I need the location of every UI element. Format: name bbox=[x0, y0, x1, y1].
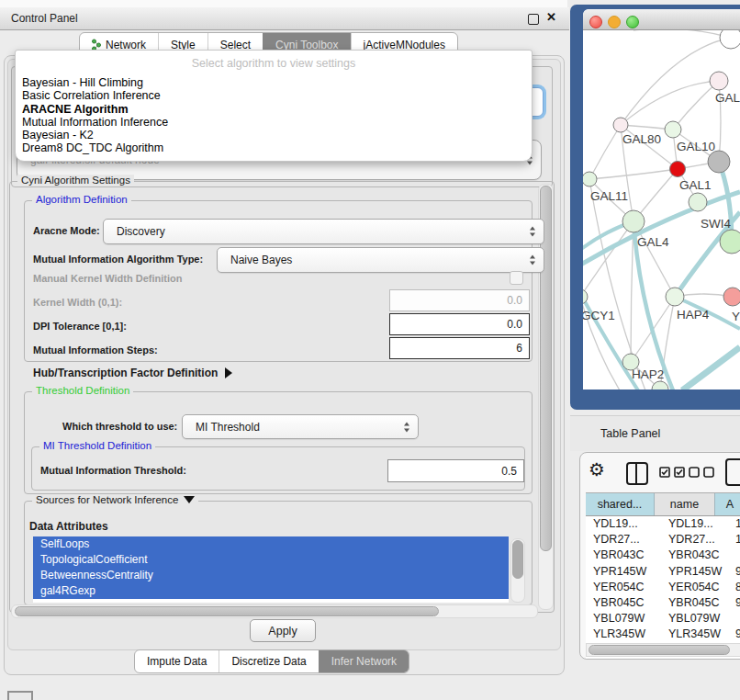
network-node-gal1[interactable] bbox=[670, 162, 686, 177]
table-cell: YPR145W bbox=[661, 564, 728, 580]
dropdown-item[interactable]: Bayesian - Hill Climbing bbox=[22, 76, 525, 89]
node-label: GCY1 bbox=[583, 309, 615, 322]
dropdown-item[interactable]: Bayesian - K2 bbox=[22, 129, 525, 141]
table-panel-title: Table Panel bbox=[600, 427, 660, 440]
dropdown-item[interactable]: ARACNE Algorithm bbox=[22, 103, 525, 116]
network-edge[interactable] bbox=[621, 81, 719, 125]
apply-button[interactable]: Apply bbox=[250, 619, 316, 642]
minimize-traffic-light-icon[interactable] bbox=[608, 16, 621, 28]
dropdown-placeholder: Select algorithm to view settings bbox=[16, 57, 532, 70]
node-label: GAL11 bbox=[590, 189, 628, 203]
gear-icon[interactable]: ⚙ bbox=[589, 460, 605, 479]
cyni-settings-title: Cyni Algorithm Settings bbox=[17, 175, 134, 186]
dropdown-item[interactable]: Mutual Information Inference bbox=[22, 116, 525, 129]
collapse-down-icon bbox=[184, 496, 195, 503]
table-cell: 12 bbox=[728, 532, 740, 548]
manual-kernel-checkbox[interactable] bbox=[510, 271, 523, 285]
column-header[interactable]: A bbox=[715, 493, 740, 515]
network-node-gal11[interactable] bbox=[583, 172, 597, 186]
network-node-gal[interactable] bbox=[710, 72, 728, 90]
table-row[interactable]: YDR27...YDR27...12 bbox=[586, 532, 740, 548]
node-label: HAP4 bbox=[677, 308, 710, 322]
deselect-all-checkboxes-icon[interactable] bbox=[689, 467, 714, 478]
algorithm-definition-title: Algorithm Definition bbox=[32, 194, 131, 205]
table-panel-header: Table Panel bbox=[570, 415, 740, 451]
column-header[interactable]: name bbox=[655, 493, 715, 515]
network-edge[interactable] bbox=[673, 81, 719, 130]
table-row[interactable]: YBL079WYBL079W bbox=[586, 611, 740, 627]
mi-threshold-input[interactable]: 0.5 bbox=[387, 459, 524, 482]
tab-discretize-data[interactable]: Discretize Data bbox=[219, 650, 318, 672]
table-row[interactable]: YER054CYER054C8. bbox=[586, 580, 740, 595]
spinner-icon bbox=[530, 254, 536, 266]
mi-type-combo[interactable]: Naive Bayes bbox=[217, 247, 544, 273]
kernel-width-value: 0.0 bbox=[507, 294, 522, 307]
data-attributes-list[interactable]: SelfLoopsTopologicalCoefficientBetweenne… bbox=[33, 536, 509, 603]
network-node-y[interactable] bbox=[723, 288, 740, 306]
mi-threshold-value: 0.5 bbox=[501, 465, 517, 478]
table-row[interactable]: YBR045CYBR045C9. bbox=[586, 595, 740, 611]
network-node-gal80[interactable] bbox=[613, 118, 628, 132]
close-icon[interactable]: ✕ bbox=[546, 10, 556, 24]
kernel-width-input[interactable]: 0.0 bbox=[389, 289, 530, 311]
aracne-mode-combo[interactable]: Discovery bbox=[103, 219, 544, 244]
mi-steps-label: Mutual Information Steps: bbox=[33, 344, 158, 356]
mi-threshold-label: Mutual Information Threshold: bbox=[40, 465, 186, 476]
hub-definition-expander[interactable]: Hub/Transcription Factor Definition bbox=[33, 367, 232, 379]
mi-type-value: Naive Bayes bbox=[230, 254, 292, 266]
dropdown-item[interactable]: Dream8 DC_TDC Algorithm bbox=[22, 141, 525, 154]
network-window-frame: GALGAL80GAL10GAL1GAL11SWI4GAL4GCY1HAP4YH… bbox=[570, 5, 740, 410]
network-node-gal10[interactable] bbox=[665, 121, 681, 138]
network-window: GALGAL80GAL10GAL1GAL11SWI4GAL4GCY1HAP4YH… bbox=[583, 9, 740, 390]
network-node-swi4[interactable] bbox=[689, 193, 707, 211]
docked-panel-icon[interactable] bbox=[7, 691, 33, 700]
attribute-item[interactable]: BetweennessCentrality bbox=[33, 568, 509, 583]
tab-impute-data[interactable]: Impute Data bbox=[135, 650, 219, 672]
attribute-item[interactable]: TopologicalCoefficient bbox=[33, 552, 509, 568]
network-node[interactable] bbox=[720, 230, 740, 254]
attribute-item[interactable]: gal4RGexp bbox=[33, 583, 509, 599]
attr-scrollbar-thumb[interactable] bbox=[512, 540, 523, 579]
dropdown-item[interactable]: Basic Correlation Inference bbox=[22, 89, 525, 102]
network-node[interactable] bbox=[708, 151, 730, 173]
tab-infer-network[interactable]: Infer Network bbox=[319, 650, 409, 672]
node-label: HAP2 bbox=[632, 367, 664, 381]
aracne-mode-value: Discovery bbox=[117, 225, 165, 238]
network-edge[interactable] bbox=[631, 221, 633, 362]
sources-expander[interactable]: Sources for Network Inference bbox=[32, 494, 198, 505]
function-builder-icon[interactable] bbox=[725, 458, 740, 486]
network-edge[interactable] bbox=[589, 169, 678, 179]
spinner-icon bbox=[404, 421, 410, 433]
mi-steps-input[interactable]: 6 bbox=[389, 337, 530, 359]
which-threshold-combo[interactable]: MI Threshold bbox=[182, 414, 419, 439]
attribute-item[interactable]: SelfLoops bbox=[33, 536, 509, 552]
dpi-tolerance-input[interactable]: 0.0 bbox=[389, 313, 530, 335]
table-row[interactable]: YPR145WYPR145W9. bbox=[586, 564, 740, 580]
table-row[interactable]: YDL19...YDL19...13 bbox=[586, 516, 740, 532]
table-cell: YBR043C bbox=[586, 548, 661, 563]
dropdown-list: Bayesian - Hill ClimbingBasic Correlatio… bbox=[22, 76, 525, 155]
table-row[interactable]: YLR345WYLR345W9. bbox=[586, 627, 740, 642]
panel-title: Control Panel bbox=[11, 12, 78, 25]
network-node[interactable] bbox=[652, 381, 668, 390]
node-label: GAL bbox=[715, 91, 740, 105]
network-node-gal4[interactable] bbox=[622, 210, 645, 232]
node-label: Y bbox=[732, 310, 740, 323]
select-all-checkboxes-icon[interactable] bbox=[659, 467, 685, 478]
settings-hscrollbar-thumb[interactable] bbox=[15, 606, 439, 616]
network-node-hap4[interactable] bbox=[666, 288, 684, 306]
node-label: SWI4 bbox=[701, 217, 731, 231]
network-edge[interactable] bbox=[682, 347, 740, 390]
table-row[interactable]: YBR043CYBR043C bbox=[586, 548, 740, 563]
network-edge[interactable] bbox=[589, 125, 621, 179]
zoom-traffic-light-icon[interactable] bbox=[626, 16, 639, 28]
column-header[interactable]: shared... bbox=[586, 493, 655, 515]
columns-icon[interactable] bbox=[626, 462, 648, 485]
table-hscrollbar-thumb[interactable] bbox=[589, 645, 730, 655]
float-window-icon[interactable] bbox=[528, 14, 539, 25]
network-canvas[interactable]: GALGAL80GAL10GAL1GAL11SWI4GAL4GCY1HAP4YH… bbox=[583, 30, 740, 390]
close-traffic-light-icon[interactable] bbox=[589, 16, 602, 28]
network-node[interactable] bbox=[720, 30, 740, 49]
network-edge[interactable] bbox=[633, 30, 731, 38]
node-label: GAL1 bbox=[679, 178, 712, 192]
